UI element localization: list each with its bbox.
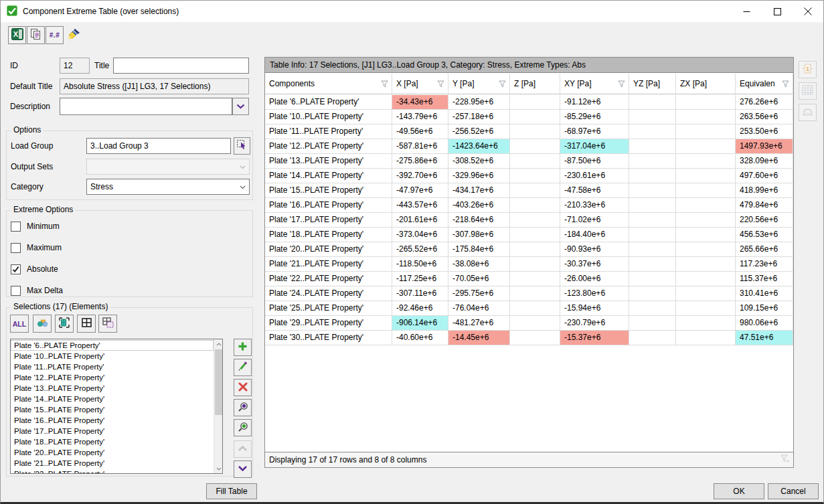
cell-components[interactable]: Plate '29..PLATE Property' bbox=[265, 316, 392, 330]
cell-xy[interactable]: -68.97e+6 bbox=[560, 124, 629, 139]
table-row[interactable]: Plate '25..PLATE Property'-92.46e+6-76.0… bbox=[265, 301, 793, 316]
cell-yz[interactable] bbox=[629, 331, 676, 345]
filter-icon[interactable] bbox=[381, 80, 388, 88]
cell-zx[interactable] bbox=[676, 272, 736, 286]
cell-z[interactable] bbox=[510, 257, 560, 271]
cell-y[interactable]: -481.27e+6 bbox=[448, 316, 510, 330]
cell-y[interactable]: -1423.64e+6 bbox=[448, 139, 510, 153]
description-input[interactable] bbox=[60, 98, 232, 115]
cell-components[interactable]: Plate '10..PLATE Property' bbox=[265, 110, 392, 124]
cell-y[interactable]: -218.64e+6 bbox=[448, 213, 510, 227]
cell-z[interactable] bbox=[510, 228, 560, 242]
cell-zx[interactable] bbox=[676, 316, 736, 330]
cell-zx[interactable] bbox=[676, 169, 736, 183]
cell-components[interactable]: Plate '12..PLATE Property' bbox=[265, 139, 392, 153]
cell-z[interactable] bbox=[510, 198, 560, 212]
table-row[interactable]: Plate '21..PLATE Property'-118.50e+6-38.… bbox=[265, 257, 793, 272]
checkbox-box[interactable] bbox=[11, 222, 21, 232]
list-item[interactable]: Plate '17..PLATE Property' bbox=[11, 426, 214, 436]
table-row[interactable]: Plate '6..PLATE Property'-34.43e+6-228.9… bbox=[265, 95, 793, 110]
cell-xy[interactable]: -184.40e+6 bbox=[560, 228, 629, 242]
cell-zx[interactable] bbox=[676, 139, 736, 153]
cell-xy[interactable]: -47.58e+6 bbox=[560, 183, 629, 197]
checkbox-box[interactable] bbox=[11, 286, 21, 296]
cell-z[interactable] bbox=[510, 169, 560, 183]
copy-table-button[interactable] bbox=[27, 26, 45, 44]
cell-components[interactable]: Plate '6..PLATE Property' bbox=[265, 95, 392, 109]
cell-yz[interactable] bbox=[629, 154, 676, 168]
cell-components[interactable]: Plate '17..PLATE Property' bbox=[265, 213, 392, 227]
cell-y[interactable]: -434.17e+6 bbox=[448, 183, 510, 197]
cell-equivalent[interactable]: 1497.93e+6 bbox=[736, 139, 793, 153]
cell-components[interactable]: Plate '13..PLATE Property' bbox=[265, 154, 392, 168]
select-all-button[interactable]: ALL bbox=[10, 315, 29, 333]
title-input[interactable] bbox=[113, 58, 249, 74]
column-header-x[interactable]: X [Pa] bbox=[392, 74, 448, 94]
cell-components[interactable]: Plate '16..PLATE Property' bbox=[265, 198, 392, 212]
cell-xy[interactable]: -317.04e+6 bbox=[560, 139, 629, 153]
cell-yz[interactable] bbox=[629, 213, 676, 227]
list-item[interactable]: Plate '18..PLATE Property' bbox=[11, 436, 214, 447]
cell-z[interactable] bbox=[510, 154, 560, 168]
cell-components[interactable]: Plate '22..PLATE Property' bbox=[265, 272, 392, 286]
cell-y[interactable]: -256.52e+6 bbox=[448, 124, 510, 139]
cell-zx[interactable] bbox=[676, 242, 736, 256]
cell-x[interactable]: -587.81e+6 bbox=[392, 139, 448, 153]
list-item[interactable]: Plate '15..PLATE Property' bbox=[11, 404, 214, 415]
table-row[interactable]: Plate '18..PLATE Property'-373.04e+6-307… bbox=[265, 228, 793, 242]
table-row[interactable]: Plate '17..PLATE Property'-201.61e+6-218… bbox=[265, 213, 793, 228]
format-brush-button[interactable] bbox=[66, 27, 82, 44]
cell-components[interactable]: Plate '11..PLATE Property' bbox=[265, 124, 392, 139]
cell-zx[interactable] bbox=[676, 301, 736, 315]
list-item[interactable]: Plate '13..PLATE Property' bbox=[11, 383, 214, 394]
cell-yz[interactable] bbox=[629, 124, 676, 139]
cell-xy[interactable]: -230.61e+6 bbox=[560, 169, 629, 183]
checkbox-maximum[interactable]: Maximum bbox=[11, 242, 62, 254]
cell-y[interactable]: -70.05e+6 bbox=[448, 272, 510, 286]
filter-icon[interactable] bbox=[499, 80, 506, 88]
select-elements-button[interactable] bbox=[55, 315, 74, 333]
show-selection-button[interactable] bbox=[234, 399, 252, 416]
cell-xy[interactable]: -210.33e+6 bbox=[560, 198, 629, 212]
cell-equivalent[interactable]: 328.09e+6 bbox=[736, 154, 793, 168]
cell-z[interactable] bbox=[510, 301, 560, 315]
list-item[interactable]: Plate '20..PLATE Property' bbox=[11, 447, 214, 458]
cell-y[interactable]: -257.18e+6 bbox=[448, 110, 510, 124]
cell-x[interactable]: -40.60e+6 bbox=[392, 331, 448, 345]
cell-components[interactable]: Plate '18..PLATE Property' bbox=[265, 228, 392, 242]
cell-yz[interactable] bbox=[629, 198, 676, 212]
close-button[interactable] bbox=[793, 1, 823, 22]
cell-xy[interactable]: -87.50e+6 bbox=[560, 154, 629, 168]
preview-selection-button[interactable] bbox=[234, 419, 252, 436]
cell-z[interactable] bbox=[510, 139, 560, 153]
cell-z[interactable] bbox=[510, 242, 560, 256]
table-row[interactable]: Plate '11..PLATE Property'-49.56e+6-256.… bbox=[265, 124, 793, 139]
cell-x[interactable]: -34.43e+6 bbox=[392, 95, 448, 109]
table-row[interactable]: Plate '13..PLATE Property'-275.86e+6-308… bbox=[265, 154, 793, 169]
load-group-field[interactable]: 3..Load Group 3 bbox=[86, 138, 231, 154]
select-by-property-button[interactable] bbox=[33, 315, 52, 333]
list-item[interactable]: Plate '10..PLATE Property' bbox=[11, 351, 214, 361]
cell-xy[interactable]: -91.12e+6 bbox=[560, 95, 629, 109]
cell-x[interactable]: -443.57e+6 bbox=[392, 198, 448, 212]
cell-x[interactable]: -275.86e+6 bbox=[392, 154, 448, 168]
cell-x[interactable]: -392.70e+6 bbox=[392, 169, 448, 183]
cell-yz[interactable] bbox=[629, 257, 676, 271]
cell-yz[interactable] bbox=[629, 228, 676, 242]
cell-z[interactable] bbox=[510, 183, 560, 197]
load-group-select-button[interactable] bbox=[234, 137, 250, 155]
list-item[interactable]: Plate '12..PLATE Property' bbox=[11, 372, 214, 383]
cell-yz[interactable] bbox=[629, 272, 676, 286]
cell-y[interactable]: -295.75e+6 bbox=[448, 286, 510, 301]
cell-equivalent[interactable]: 253.50e+6 bbox=[736, 124, 793, 139]
cell-zx[interactable] bbox=[676, 228, 736, 242]
cell-zx[interactable] bbox=[676, 331, 736, 345]
cell-zx[interactable] bbox=[676, 110, 736, 124]
category-combo[interactable]: Stress bbox=[86, 179, 250, 195]
cell-equivalent[interactable]: 109.15e+6 bbox=[736, 301, 793, 315]
table-row[interactable]: Plate '29..PLATE Property'-906.14e+6-481… bbox=[265, 316, 793, 331]
filter-icon[interactable] bbox=[437, 80, 444, 88]
scroll-down-icon[interactable] bbox=[214, 464, 223, 473]
cell-equivalent[interactable]: 265.66e+6 bbox=[736, 242, 793, 256]
cell-xy[interactable]: -230.79e+6 bbox=[560, 316, 629, 330]
